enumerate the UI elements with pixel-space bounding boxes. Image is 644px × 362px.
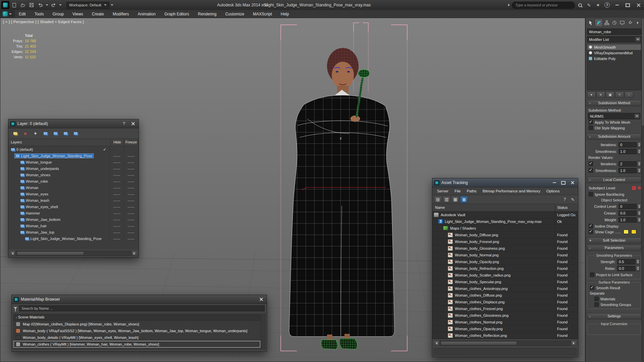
pen-icon[interactable] — [585, 1, 593, 9]
dialog-close-button[interactable] — [258, 296, 265, 302]
select-layer-objects-button[interactable] — [42, 130, 49, 137]
view-table-button[interactable] — [460, 196, 468, 203]
layer-freeze-cell[interactable] — [124, 210, 139, 216]
scroll-right-button[interactable] — [131, 251, 137, 256]
ignore-backfacing-checkbox[interactable]: Ignore Backfacing — [587, 191, 641, 197]
help-icon[interactable] — [603, 1, 611, 9]
undo-history-icon[interactable] — [45, 1, 49, 9]
redo-history-icon[interactable] — [58, 1, 62, 9]
make-unique-button[interactable] — [606, 92, 614, 98]
asset-row[interactable]: Woman_body_Opacity.png Found — [432, 258, 578, 265]
modifier-row[interactable]: VRayDisplacementMod — [587, 50, 641, 56]
layer-freeze-cell[interactable] — [124, 235, 139, 242]
horizontal-scrollbar[interactable] — [8, 249, 139, 257]
menu-item[interactable]: Customize — [221, 10, 249, 18]
vertex-subobject-icon[interactable] — [632, 186, 636, 190]
minimize-button[interactable] — [612, 1, 622, 9]
menu-item[interactable]: Rendering — [194, 10, 221, 18]
view-hierarchy-button[interactable] — [451, 196, 459, 203]
visibility-bulb-icon[interactable] — [589, 45, 592, 49]
layer-freeze-cell[interactable] — [124, 165, 139, 172]
layer-hide-cell[interactable] — [110, 146, 124, 153]
old-style-mapping-checkbox[interactable]: Old Style Mapping — [587, 125, 641, 131]
menu-item[interactable]: Views — [68, 10, 88, 18]
hide-unhide-button[interactable] — [72, 130, 79, 137]
menu-item[interactable]: Animation — [133, 10, 160, 18]
layer-hide-cell[interactable] — [110, 223, 124, 229]
scrollbar-thumb[interactable] — [642, 18, 644, 126]
layer-hide-cell[interactable] — [110, 184, 124, 191]
search-collapse-icon[interactable] — [507, 1, 511, 9]
layer-freeze-cell[interactable] — [124, 203, 139, 210]
search-icon[interactable] — [576, 1, 584, 9]
horizontal-scrollbar[interactable] — [432, 339, 578, 347]
isoline-display-checkbox[interactable]: Isoline Display — [587, 223, 641, 229]
asset-row[interactable]: Woman_clothes_Glossiness.png Found — [432, 312, 578, 319]
asset-row[interactable]: Woman_body_Specular.png Found — [432, 279, 578, 285]
maximize-button[interactable] — [623, 1, 633, 9]
layer-row[interactable]: Woman_shoes — [8, 172, 139, 178]
tab-modify[interactable] — [595, 19, 603, 27]
tab-display[interactable] — [619, 19, 626, 26]
layer-freeze-cell[interactable] — [124, 184, 139, 191]
rollout-header[interactable]: Subdivision Method — [587, 100, 641, 106]
layer-row[interactable]: Woman_Jaw_top — [8, 229, 139, 235]
workspace-dropdown[interactable]: Workspace: Default — [66, 2, 109, 9]
dialog-minimize-button[interactable] — [551, 180, 558, 186]
layer-hide-cell[interactable] — [110, 229, 124, 235]
rollout-header[interactable]: Subdivision Amount — [587, 133, 641, 140]
checkbox-icon[interactable] — [589, 168, 593, 173]
modifier-list-dropdown[interactable]: Modifier List — [587, 36, 641, 43]
asset-row[interactable]: Woman_body_Normal.png Found — [432, 252, 578, 258]
menu-item[interactable]: Create — [88, 10, 108, 18]
material-search-input[interactable]: Search by Name ... — [19, 305, 265, 311]
material-row[interactable]: Woman_body_details ( VRayMtl ) [Woman_ey… — [13, 334, 260, 341]
material-row[interactable]: Woman_clothes ( VRayMtl ) [Hammer, Woman… — [13, 341, 260, 348]
modifier-row[interactable]: MeshSmooth — [587, 44, 641, 50]
add-selection-to-layer-button[interactable] — [32, 130, 39, 137]
object-name-field[interactable]: Woman_robe — [587, 28, 641, 35]
asset-row[interactable]: Woman_clothes_Opacity.png Found — [432, 325, 578, 332]
asset-row[interactable]: Woman_clothes_Reflection.png Found — [432, 332, 578, 339]
asset-row[interactable]: Maps / Shaders — [432, 225, 578, 232]
show-cage-checkbox[interactable]: Show Cage ...... — [587, 229, 641, 235]
apply-whole-mesh-checkbox[interactable]: Apply To Whole Mesh — [587, 119, 641, 125]
undo-icon[interactable] — [36, 1, 44, 9]
render-smoothness-spinner[interactable]: Smoothness: 1.0 — [587, 167, 641, 174]
viewport-label[interactable]: [ + ] [ Perspective ] [ Shaded + Edged F… — [3, 20, 84, 24]
delete-layer-button[interactable] — [21, 130, 29, 137]
app-logo-icon[interactable] — [1, 1, 9, 9]
iterations-spinner[interactable]: Iterations: 0 — [587, 141, 641, 148]
layer-row[interactable]: 0 (default) — [8, 146, 139, 153]
layer-hide-cell[interactable] — [110, 210, 124, 216]
dialog-titlebar[interactable]: Asset Tracking — [432, 178, 578, 187]
layer-hide-cell[interactable] — [110, 178, 124, 184]
cage-color-swatch[interactable] — [624, 230, 629, 234]
filter-funnel-icon[interactable] — [14, 307, 17, 309]
material-row[interactable]: Map #2(Woman_clothes_Displace.png) [Woma… — [13, 321, 260, 327]
scrollbar-track[interactable] — [16, 251, 131, 256]
asset-row[interactable]: Woman_body_Glossiness.png Found — [432, 245, 578, 252]
cage-selected-color-swatch[interactable] — [631, 230, 636, 234]
asset-row[interactable]: Woman_body_Refraction.png Found — [432, 265, 578, 272]
tabs-overflow-button[interactable] — [634, 19, 641, 26]
layer-freeze-cell[interactable] — [124, 229, 139, 235]
control-level-spinner[interactable]: Control Level: 0 — [587, 203, 641, 209]
asset-row[interactable]: Woman_clothes_Diffuse.png Found — [432, 292, 578, 299]
layer-freeze-cell[interactable] — [124, 178, 139, 184]
column-layers[interactable]: Layers — [8, 139, 111, 146]
scrollbar-track[interactable] — [440, 341, 571, 346]
asset-row[interactable]: Woman_body_Fresnel.png Found — [432, 238, 578, 245]
chevron-down-icon[interactable] — [634, 114, 640, 119]
modifier-row[interactable]: Editable Poly — [587, 56, 641, 61]
favorites-star-icon[interactable] — [594, 1, 602, 9]
separate-materials-checkbox[interactable]: Materials — [588, 296, 640, 302]
smooth-result-checkbox[interactable]: Smooth Result — [588, 285, 640, 291]
layer-hide-cell[interactable] — [110, 172, 124, 178]
vertical-scrollbar[interactable] — [261, 314, 266, 350]
menu-item[interactable]: Group — [48, 10, 68, 18]
dialog-close-button[interactable] — [569, 180, 576, 186]
open-file-icon[interactable] — [19, 1, 27, 9]
render-iterations-spinner[interactable]: Iterations: 2 — [587, 161, 641, 167]
column-freeze[interactable]: Freeze — [124, 139, 139, 146]
